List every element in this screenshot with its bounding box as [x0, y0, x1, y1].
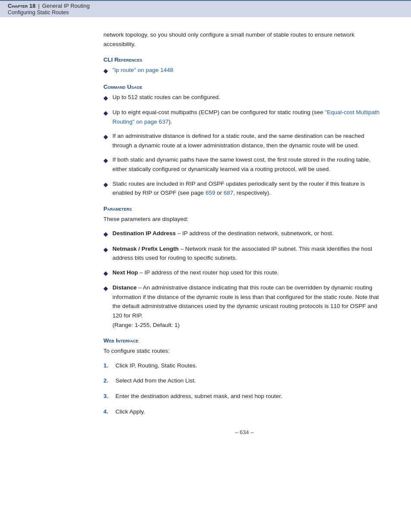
step-number-4: 4. — [103, 407, 111, 417]
page-number: – 634 – — [235, 429, 253, 436]
cli-link: "ip route" on page 1448 — [112, 65, 385, 75]
ecmp-link[interactable]: "Equal-cost Multipath Routing" on page 6… — [112, 109, 380, 125]
bullet-diamond-icon: ◆ — [103, 132, 108, 141]
param-netmask: ◆ Netmask / Prefix Length – Network mask… — [103, 244, 385, 263]
header-subtitle: Configuring Static Routes — [8, 9, 403, 16]
command-usage-list: ◆ Up to 512 static routes can be configu… — [103, 93, 385, 198]
param-netmask-text: Netmask / Prefix Length – Network mask f… — [112, 244, 385, 263]
step-text-4: Click Apply. — [115, 407, 385, 417]
bullet-diamond-icon: ◆ — [103, 229, 108, 239]
parameters-intro: These parameters are displayed: — [103, 215, 385, 224]
command-usage-item-1: ◆ Up to 512 static routes can be configu… — [103, 93, 385, 103]
page-687-link[interactable]: 687 — [224, 190, 234, 196]
cli-references-item: ◆ "ip route" on page 1448 — [103, 65, 385, 75]
bullet-diamond-icon: ◆ — [103, 93, 108, 103]
bullet-diamond-icon: ◆ — [103, 108, 108, 118]
parameters-section: Parameters These parameters are displaye… — [103, 205, 385, 330]
command-usage-heading: Command Usage — [103, 84, 385, 90]
step-number-2: 2. — [103, 376, 111, 386]
web-interface-steps: 1. Click IP, Routing, Static Routes. 2. … — [103, 361, 385, 416]
header-pipe: | — [38, 3, 39, 9]
step-number-3: 3. — [103, 392, 111, 401]
command-usage-section: Command Usage ◆ Up to 512 static routes … — [103, 84, 385, 198]
command-usage-text-1: Up to 512 static routes can be configure… — [112, 93, 385, 102]
bullet-diamond-icon: ◆ — [103, 156, 108, 165]
step-text-1: Click IP, Routing, Static Routes. — [115, 361, 385, 370]
web-interface-heading: Web Interface — [103, 337, 385, 344]
param-distance-text: Distance – An administrative distance in… — [112, 283, 385, 330]
cli-references-heading: CLI References — [103, 56, 385, 63]
step-text-2: Select Add from the Action List. — [115, 376, 385, 386]
bullet-diamond-icon: ◆ — [103, 66, 108, 75]
chapter-label: Chapter 18 — [8, 3, 35, 9]
cli-references-list: ◆ "ip route" on page 1448 — [103, 65, 385, 75]
command-usage-item-2: ◆ Up to eight equal-cost multipaths (ECM… — [103, 108, 385, 126]
param-nexthop: ◆ Next Hop – IP address of the next rout… — [103, 268, 385, 278]
header-title: General IP Routing — [42, 3, 90, 9]
bullet-diamond-icon: ◆ — [103, 180, 108, 189]
command-usage-item-3: ◆ If an administrative distance is defin… — [103, 131, 385, 150]
web-interface-intro: To configure static routes: — [103, 346, 385, 356]
web-interface-step-2: 2. Select Add from the Action List. — [103, 376, 385, 386]
web-interface-step-4: 4. Click Apply. — [103, 407, 385, 417]
bullet-diamond-icon: ◆ — [103, 268, 108, 278]
command-usage-text-2: Up to eight equal-cost multipaths (ECMP)… — [112, 108, 385, 126]
parameters-list: ◆ Destination IP Address – IP address of… — [103, 229, 385, 330]
page-header: Chapter 18 | General IP Routing Configur… — [0, 0, 411, 17]
web-interface-step-3: 3. Enter the destination address, subnet… — [103, 392, 385, 401]
step-number-1: 1. — [103, 361, 111, 370]
intro-text: network topology, so you should only con… — [103, 30, 385, 49]
bullet-diamond-icon: ◆ — [103, 245, 108, 254]
parameters-heading: Parameters — [103, 205, 385, 212]
step-text-3: Enter the destination address, subnet ma… — [115, 392, 385, 401]
page-footer: – 634 – — [103, 429, 385, 436]
page-content: network topology, so you should only con… — [0, 17, 411, 453]
param-distance: ◆ Distance – An administrative distance … — [103, 283, 385, 330]
cli-link-anchor[interactable]: "ip route" on page 1448 — [112, 67, 173, 73]
web-interface-step-1: 1. Click IP, Routing, Static Routes. — [103, 361, 385, 370]
command-usage-item-5: ◆ Static routes are included in RIP and … — [103, 179, 385, 198]
bullet-diamond-icon: ◆ — [103, 283, 108, 293]
param-nexthop-text: Next Hop – IP address of the next router… — [112, 268, 385, 277]
web-interface-section: Web Interface To configure static routes… — [103, 337, 385, 416]
cli-references-section: CLI References ◆ "ip route" on page 1448 — [103, 56, 385, 75]
page-659-link[interactable]: 659 — [206, 190, 215, 196]
command-usage-text-3: If an administrative distance is defined… — [112, 131, 385, 150]
param-destination: ◆ Destination IP Address – IP address of… — [103, 229, 385, 239]
param-destination-text: Destination IP Address – IP address of t… — [112, 229, 385, 238]
command-usage-item-4: ◆ If both static and dynamic paths have … — [103, 155, 385, 174]
command-usage-text-4: If both static and dynamic paths have th… — [112, 155, 385, 174]
command-usage-text-5: Static routes are included in RIP and OS… — [112, 179, 385, 198]
